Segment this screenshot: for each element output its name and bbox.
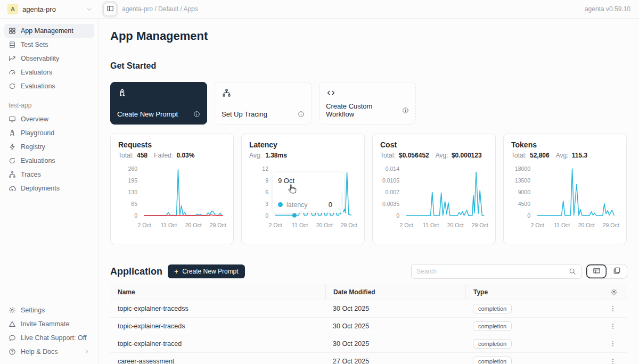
sidebar: App ManagementTest SetsObservabilityEval… <box>0 19 99 364</box>
table-view-icon <box>593 267 601 276</box>
type-badge: completion <box>473 339 512 349</box>
type-cell: completion <box>465 304 602 313</box>
svg-text:20 Oct: 20 Oct <box>185 222 202 228</box>
svg-text:9000: 9000 <box>518 189 531 195</box>
svg-text:130: 130 <box>128 189 137 195</box>
row-menu-dots-icon[interactable] <box>602 305 627 312</box>
get-started-cards: Create New PromptSet Up TracingCreate Cu… <box>110 82 627 125</box>
info-icon[interactable] <box>402 107 409 114</box>
row-menu-dots-icon[interactable] <box>602 322 627 330</box>
sidebar-app-item-evaluations[interactable]: Evaluations <box>4 154 94 168</box>
chart-stat: Failed: 0.03% <box>154 152 194 159</box>
svg-text:3: 3 <box>265 201 268 207</box>
table-settings-gear-icon[interactable] <box>602 284 627 300</box>
apps-table: NameDate ModifiedType topic-explainer-tr… <box>110 284 627 364</box>
sidebar-bottom-item-help-docs[interactable]: Help & Docs <box>4 345 94 359</box>
get-started-card-create-new-prompt[interactable]: Create New Prompt <box>110 82 207 125</box>
search-input[interactable] <box>416 268 569 275</box>
chart-plot-requests[interactable]: 0651301952602 Oct11 Oct20 Oct29 Oct <box>118 161 227 234</box>
svg-text:2 Oct: 2 Oct <box>400 222 413 228</box>
svg-text:11 Oct: 11 Oct <box>554 222 570 228</box>
sidebar-collapse-button[interactable] <box>103 3 117 16</box>
row-menu-dots-icon[interactable] <box>602 340 627 348</box>
sidebar-main-item-test-sets[interactable]: Test Sets <box>4 38 94 52</box>
page-title: App Management <box>110 29 627 43</box>
info-icon[interactable] <box>298 111 305 118</box>
sidebar-bottom-item-settings[interactable]: Settings <box>4 303 94 317</box>
svg-text:9: 9 <box>265 177 268 184</box>
svg-text:11 Oct: 11 Oct <box>292 222 308 228</box>
app-name-cell: topic-explainer-tracedss <box>110 305 325 312</box>
svg-text:0.0105: 0.0105 <box>382 177 399 184</box>
main-content: App Management Get Started Create New Pr… <box>99 19 639 364</box>
chat-icon <box>9 334 16 342</box>
cloud-icon <box>9 185 16 192</box>
svg-text:29 Oct: 29 Oct <box>603 222 619 228</box>
sidebar-app-item-label: Playground <box>21 129 54 137</box>
column-header-name: Name <box>110 284 325 300</box>
triangle-icon <box>9 320 16 328</box>
chart-stat: Avg: 1.38ms <box>249 152 287 159</box>
table-view-button[interactable] <box>586 264 607 278</box>
table-header: NameDate ModifiedType <box>110 284 627 300</box>
svg-text:29 Oct: 29 Oct <box>341 222 357 228</box>
svg-text:11 Oct: 11 Oct <box>423 222 439 228</box>
date-modified-cell: 27 Oct 2025 <box>325 358 465 364</box>
sidebar-main-item-evaluators[interactable]: Evaluators <box>4 65 94 79</box>
tooltip-series-name: latency <box>286 201 308 209</box>
sidebar-main-item-evaluations[interactable]: Evaluations <box>4 79 94 93</box>
svg-text:2 Oct: 2 Oct <box>138 222 151 228</box>
sidebar-app-item-registry[interactable]: Registry <box>4 140 94 154</box>
svg-text:29 Oct: 29 Oct <box>210 222 226 228</box>
table-row-career-assessment[interactable]: career-assessment27 Oct 2025completion <box>110 353 627 364</box>
breadcrumb[interactable]: agenta-pro / Default / Apps <box>122 5 198 13</box>
workspace-selector[interactable]: A agenta-pro <box>0 4 99 14</box>
chart-card-cost: CostTotal: $0.056452Avg: $0.00012300.003… <box>372 134 496 244</box>
sidebar-app-nav: OverviewPlaygroundRegistryEvaluationsTra… <box>4 112 94 195</box>
chart-title: Cost <box>380 140 488 149</box>
get-started-card-create-custom-workflow[interactable]: Create Custom Workflow <box>319 82 416 125</box>
chart-stats: Total: 52,806Avg: 115.3 <box>511 152 619 159</box>
sidebar-main-item-label: Evaluations <box>21 82 55 90</box>
date-modified-cell: 30 Oct 2025 <box>325 305 465 312</box>
sidebar-main-item-observability[interactable]: Observability <box>4 52 94 65</box>
row-menu-dots-icon[interactable] <box>602 358 627 364</box>
date-modified-cell: 30 Oct 2025 <box>325 322 465 330</box>
sidebar-bottom-item-invite-teammate[interactable]: Invite Teammate <box>4 317 94 331</box>
sidebar-app-item-overview[interactable]: Overview <box>4 112 94 126</box>
get-started-card-set-up-tracing[interactable]: Set Up Tracing <box>215 82 312 125</box>
table-row-topic-explainer-traceds[interactable]: topic-explainer-traceds30 Oct 2025comple… <box>110 318 627 335</box>
chart-stat: Total: 52,806 <box>511 152 550 159</box>
grid-icon <box>9 27 16 35</box>
chart-stats: Total: 458Failed: 0.03% <box>118 152 226 159</box>
sidebar-main-item-label: Test Sets <box>21 41 48 48</box>
type-badge: completion <box>473 321 512 331</box>
create-new-prompt-button[interactable]: + Create New Prompt <box>168 264 245 278</box>
refresh-icon <box>9 157 16 164</box>
gauge-icon <box>9 69 16 76</box>
info-icon[interactable] <box>193 111 200 118</box>
table-row-topic-explainer-tracedss[interactable]: topic-explainer-tracedss30 Oct 2025compl… <box>110 300 627 318</box>
sidebar-app-item-label: Deployments <box>21 185 60 192</box>
chevron-right-icon <box>84 349 90 355</box>
sidebar-main-item-label: Evaluators <box>21 69 52 76</box>
card-view-button[interactable] <box>607 264 627 278</box>
sidebar-bottom-item-live-chat-support-off[interactable]: Live Chat Support: Off <box>4 331 94 345</box>
chart-plot-cost[interactable]: 00.00350.0070.01050.0142 Oct11 Oct20 Oct… <box>380 161 489 234</box>
table-row-topic-explainer-traced[interactable]: topic-explainer-traced30 Oct 2025complet… <box>110 335 627 353</box>
type-cell: completion <box>465 357 602 364</box>
sidebar-app-item-traces[interactable]: Traces <box>4 168 94 181</box>
column-header-date-modified: Date Modified <box>325 284 465 300</box>
sidebar-main-item-app-management[interactable]: App Management <box>4 24 94 38</box>
bolt-icon <box>9 143 16 151</box>
svg-text:11 Oct: 11 Oct <box>161 222 177 228</box>
svg-text:0: 0 <box>134 212 137 219</box>
svg-text:0.014: 0.014 <box>386 166 399 172</box>
svg-text:0.0035: 0.0035 <box>382 201 399 207</box>
get-started-card-label: Create Custom Workflow <box>326 102 402 118</box>
chart-plot-tokens[interactable]: 04500900013500180002 Oct11 Oct20 Oct29 O… <box>511 161 620 234</box>
sidebar-app-item-deployments[interactable]: Deployments <box>4 181 94 195</box>
sidebar-app-item-playground[interactable]: Playground <box>4 126 94 140</box>
sidebar-app-item-label: Evaluations <box>21 157 55 164</box>
type-cell: completion <box>465 321 602 331</box>
